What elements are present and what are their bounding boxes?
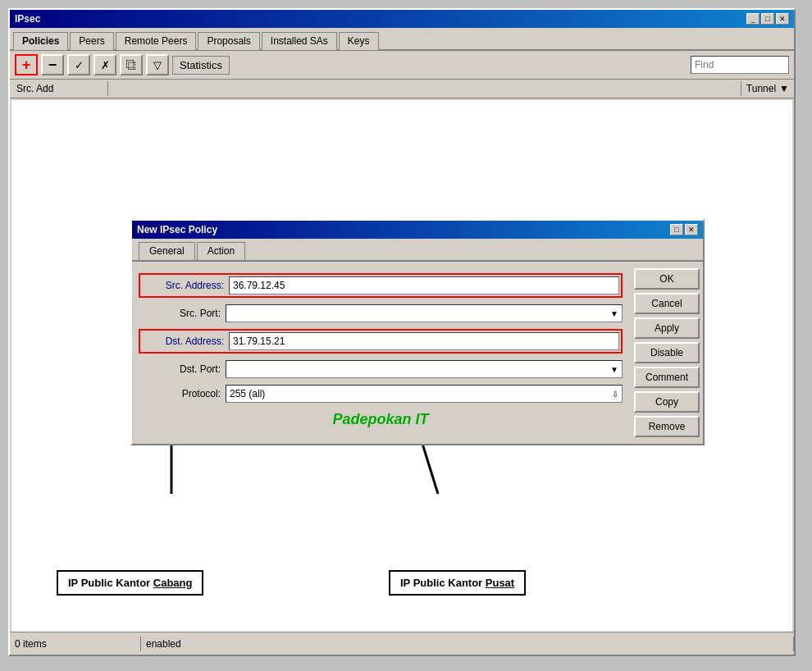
- add-button[interactable]: +: [15, 54, 38, 75]
- ok-button[interactable]: OK: [634, 268, 700, 290]
- tab-policies[interactable]: Policies: [13, 32, 68, 50]
- src-port-row: Src. Port: ▼: [139, 304, 623, 322]
- main-maximize-button[interactable]: □: [761, 13, 774, 25]
- find-input[interactable]: [691, 56, 789, 74]
- disable-button[interactable]: Disable: [634, 342, 700, 363]
- tab-installed-sas[interactable]: Installed SAs: [262, 32, 337, 50]
- status-bar: 0 items enabled: [10, 632, 794, 655]
- main-layout: Policies Peers Remote Peers Proposals In…: [10, 28, 794, 655]
- dialog-tab-general[interactable]: General: [139, 242, 195, 260]
- comment-button[interactable]: Comment: [634, 367, 700, 388]
- cross-button[interactable]: ✗: [94, 54, 116, 75]
- filter-button[interactable]: ▽: [146, 54, 169, 75]
- table-area: New IPsec Policy □ ✕ General Action: [11, 100, 792, 653]
- watermark-text: Padepokan IT: [139, 411, 623, 428]
- copy-icon: ⿻: [126, 59, 137, 71]
- copy-button[interactable]: Copy: [634, 391, 700, 413]
- dialog-titlebar: New IPsec Policy □ ✕: [132, 221, 703, 239]
- dialog-content: Src. Address: Src. Port: ▼: [132, 262, 703, 444]
- main-minimize-button[interactable]: _: [746, 13, 760, 25]
- src-address-row: Src. Address:: [139, 273, 623, 298]
- src-port-select[interactable]: ▼: [226, 304, 623, 322]
- src-address-label: Src. Address:: [142, 280, 224, 291]
- minus-icon: −: [48, 57, 57, 74]
- filter-icon: ▽: [153, 59, 162, 71]
- remove-button[interactable]: Remove: [634, 416, 700, 437]
- statistics-button[interactable]: Statistics: [172, 56, 230, 75]
- protocol-row: Protocol: 255 (all) ⇩: [139, 385, 623, 403]
- copy-toolbar-button[interactable]: ⿻: [120, 54, 143, 75]
- protocol-value: 255 (all): [230, 388, 265, 399]
- main-tabs-bar: Policies Peers Remote Peers Proposals In…: [10, 28, 794, 51]
- tab-peers[interactable]: Peers: [70, 32, 113, 50]
- protocol-select[interactable]: 255 (all) ⇩: [226, 385, 623, 403]
- src-port-dropdown-icon: ▼: [610, 309, 618, 318]
- src-port-label: Src. Port:: [139, 308, 221, 319]
- right-annotation-label: IP Public Kantor Pusat: [389, 570, 526, 596]
- right-annotation-text: IP Public Kantor Pusat: [400, 577, 514, 589]
- src-address-input[interactable]: [229, 276, 619, 294]
- left-annotation-label: IP Public Kantor Cabang: [57, 570, 203, 596]
- tunnel-dropdown[interactable]: Tunnel ▼: [741, 81, 794, 96]
- dst-port-row: Dst. Port: ▼: [139, 360, 623, 378]
- col-src-address: Src. Add: [10, 81, 108, 96]
- toolbar: + − ✓ ✗ ⿻ ▽ Statistics: [10, 51, 794, 80]
- dialog-tabs: General Action: [132, 239, 703, 262]
- dialog-titlebar-buttons: □ ✕: [670, 224, 698, 235]
- tab-remote-peers[interactable]: Remote Peers: [116, 32, 197, 50]
- apply-button[interactable]: Apply: [634, 317, 700, 339]
- check-icon: ✓: [75, 59, 84, 71]
- cancel-button[interactable]: Cancel: [634, 293, 700, 314]
- remove-toolbar-button[interactable]: −: [41, 54, 64, 75]
- main-window: IPsec _ □ ✕ Policies Peers Remote Peers …: [8, 8, 796, 656]
- dialog-tab-action[interactable]: Action: [197, 242, 245, 260]
- main-titlebar: IPsec _ □ ✕: [10, 10, 794, 28]
- dst-address-label: Dst. Address:: [142, 336, 224, 347]
- tab-proposals[interactable]: Proposals: [198, 32, 259, 50]
- check-button[interactable]: ✓: [67, 54, 90, 75]
- dst-address-input[interactable]: [229, 332, 619, 350]
- dst-port-dropdown-icon: ▼: [610, 365, 618, 374]
- dst-port-label: Dst. Port:: [139, 363, 221, 375]
- new-ipsec-policy-dialog: New IPsec Policy □ ✕ General Action: [130, 219, 705, 445]
- tunnel-label: Tunnel: [746, 83, 776, 94]
- tab-keys[interactable]: Keys: [339, 32, 379, 50]
- plus-icon: +: [22, 57, 31, 72]
- dialog-buttons: OK Cancel Apply Disable Comment Copy Rem…: [629, 262, 703, 444]
- dialog-close-button[interactable]: ✕: [685, 224, 698, 235]
- dst-address-row: Dst. Address:: [139, 329, 623, 354]
- dialog-title: New IPsec Policy: [137, 224, 217, 235]
- main-titlebar-buttons: _ □ ✕: [746, 13, 789, 25]
- main-close-button[interactable]: ✕: [776, 13, 789, 25]
- table-header: Src. Add Tunnel ▼: [10, 80, 794, 98]
- main-window-title: IPsec: [15, 13, 40, 25]
- status-items: 0 items: [10, 637, 141, 651]
- cross-icon: ✗: [101, 59, 110, 71]
- dialog-form: Src. Address: Src. Port: ▼: [132, 262, 629, 444]
- dialog-maximize-button[interactable]: □: [670, 224, 683, 235]
- left-annotation-text: IP Public Kantor Cabang: [68, 577, 192, 589]
- dst-port-select[interactable]: ▼: [226, 360, 623, 378]
- status-enabled: enabled: [141, 637, 794, 651]
- protocol-dropdown-icon: ⇩: [612, 390, 618, 399]
- protocol-label: Protocol:: [139, 388, 221, 399]
- dropdown-arrow-icon: ▼: [779, 83, 789, 94]
